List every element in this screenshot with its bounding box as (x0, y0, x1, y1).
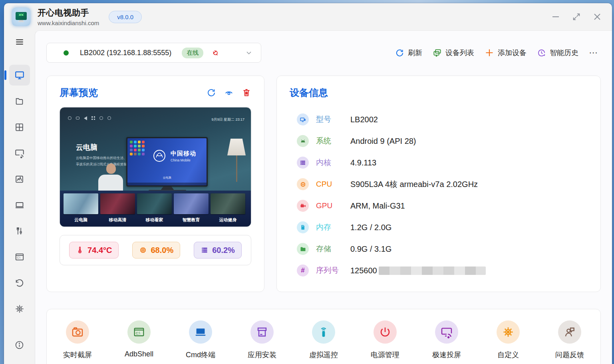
desktop-icons (130, 141, 146, 155)
screen-preview-card: 屏幕预览 (46, 76, 264, 292)
tv-app-shelf: 云电脑 移动高清 移动看家 智慧教育 运动健身 (60, 191, 251, 227)
thermometer-icon (76, 246, 84, 254)
monitor-icon (14, 70, 25, 80)
main-panel: LB2002 (192.168.1.88:5555) 在线 刷新 (35, 30, 612, 364)
info-row-serial: # 序列号 125600 (290, 260, 588, 281)
sidebar-item-about[interactable] (9, 334, 30, 355)
minimize-button[interactable] (551, 12, 560, 21)
info-row-gpu: GPU ARM, Mali-G31 (290, 195, 588, 217)
tv-status-icons (68, 116, 111, 120)
sidebar-item-files[interactable] (9, 91, 30, 111)
rotate-ccw-icon (14, 278, 24, 288)
trash-icon (242, 88, 251, 97)
cpu-load-stat: 68.0% (132, 242, 180, 259)
device-stats: 74.4°C 68.0% 60.2% (60, 235, 251, 265)
tv-screenshot[interactable]: 9月9日 星期二 23:17 云电脑 云电脑是中国移动推出的轻生活、智办公、 享… (60, 107, 251, 227)
sidebar-item-tools[interactable] (9, 221, 30, 241)
preview-watch-button[interactable] (224, 88, 234, 97)
add-device-button[interactable]: 添加设备 (482, 46, 529, 59)
preview-title: 屏幕预览 (60, 86, 98, 99)
remote-icon (312, 320, 335, 344)
gpu-icon (297, 200, 309, 212)
sidebar-item-screenshot[interactable] (9, 169, 30, 189)
image-chart-icon (14, 174, 24, 184)
quick-actions-card: 实时截屏 C:\ AdbShell Cmd终端 (46, 309, 601, 364)
device-info-card: 设备信息 型号 LB2002 (276, 76, 601, 292)
temperature-stat: 74.4°C (69, 242, 119, 259)
action-power[interactable]: 电源管理 (354, 320, 416, 364)
tv-lamp (226, 139, 247, 191)
sidebar-item-apps[interactable] (9, 117, 30, 137)
memory-load-stat: 60.2% (194, 242, 242, 259)
app-window: 开心电视助手 www.kaixindianshi.com v8.0.0 (4, 3, 612, 364)
refresh-icon (395, 48, 404, 58)
smart-history-button[interactable]: 智能历史 (535, 46, 581, 59)
tv-thumb: 云电脑 (64, 193, 98, 223)
close-button[interactable] (593, 12, 602, 21)
title-bar: 开心电视助手 www.kaixindianshi.com v8.0.0 (4, 3, 612, 30)
action-app-install[interactable]: 应用安装 (231, 320, 293, 364)
info-row-cpu: CPU S905L3A 4核 armeabi-v7a 2.02GHz (290, 173, 588, 195)
action-cmd-terminal[interactable]: Cmd终端 (170, 320, 231, 364)
model-icon (297, 113, 309, 125)
tv-thumb: 移动看家 (137, 193, 172, 223)
cpu-chip-icon (139, 246, 147, 254)
sidebar-item-settings[interactable] (9, 298, 30, 319)
sidebar: C:\ (4, 30, 35, 364)
action-feedback[interactable]: 问题反馈 (539, 320, 600, 364)
adb-terminal-icon: C:\ (127, 320, 151, 344)
app-title: 开心电视助手 (38, 7, 99, 18)
action-screen-mirror[interactable]: 极速投屏 (416, 320, 477, 364)
gear-icon (14, 304, 25, 314)
eye-icon (224, 88, 234, 97)
online-badge: 在线 (182, 48, 203, 58)
device-list-button[interactable]: 设备列表 (430, 46, 477, 59)
info-icon (14, 340, 24, 350)
action-virtual-remote[interactable]: 虚拟遥控 (293, 320, 354, 364)
screen-caption: 云电脑 (127, 176, 207, 180)
tv-monitor: 中国移动 China Mobile 云电脑 (126, 137, 208, 187)
cpu-icon (297, 178, 309, 190)
china-mobile-logo: 中国移动 China Mobile (152, 149, 196, 163)
feedback-icon (558, 320, 581, 344)
action-customize[interactable]: 自定义 (477, 320, 539, 364)
info-row-os: 系统 Android 9 (API 28) (290, 130, 588, 152)
kernel-icon (297, 157, 309, 169)
laptop-icon (14, 200, 25, 210)
sidebar-item-restore[interactable] (9, 273, 30, 293)
camera-icon (66, 320, 89, 344)
app-logo-icon (12, 8, 30, 26)
tv-thumb: 运动健身 (211, 193, 245, 223)
sidebar-item-cast[interactable] (9, 143, 30, 163)
disconnect-icon[interactable] (211, 48, 220, 58)
chevron-down-icon[interactable] (245, 49, 253, 57)
info-title: 设备信息 (290, 86, 588, 99)
preview-refresh-button[interactable] (207, 88, 216, 97)
tv-thumb: 移动高清 (100, 193, 135, 223)
tv-date: 9月9日 星期二 23:17 (211, 117, 244, 122)
device-toolbar: 刷新 设备列表 添加设备 智能历史 ⋯ (393, 46, 601, 59)
device-list-icon (433, 48, 442, 58)
action-screenshot[interactable]: 实时截屏 (47, 320, 108, 364)
hash-icon: # (297, 265, 309, 276)
refresh-button[interactable]: 刷新 (393, 46, 425, 59)
sidebar-item-device[interactable] (9, 65, 30, 86)
more-button[interactable]: ⋯ (586, 48, 601, 58)
online-dot (64, 50, 69, 56)
layout-icon (14, 122, 24, 132)
tv-person (98, 163, 125, 194)
power-icon (374, 320, 397, 344)
svg-text:C:\: C:\ (17, 256, 20, 259)
device-selector[interactable]: LB2002 (192.168.1.88:5555) 在线 (46, 43, 261, 63)
sidebar-item-cmd[interactable]: C:\ (9, 247, 30, 267)
memory-card-icon (297, 221, 309, 233)
tv-headline: 云电脑 (76, 143, 97, 152)
action-adb-shell[interactable]: C:\ AdbShell (108, 320, 170, 364)
menu-toggle-button[interactable] (9, 34, 30, 50)
maximize-button[interactable] (572, 12, 581, 21)
terminal-icon: C:\ (14, 252, 25, 262)
info-row-kernel: 内核 4.9.113 (290, 152, 588, 173)
preview-delete-button[interactable] (242, 88, 251, 97)
active-indicator (4, 70, 6, 80)
sidebar-item-terminal-pc[interactable] (9, 195, 30, 215)
